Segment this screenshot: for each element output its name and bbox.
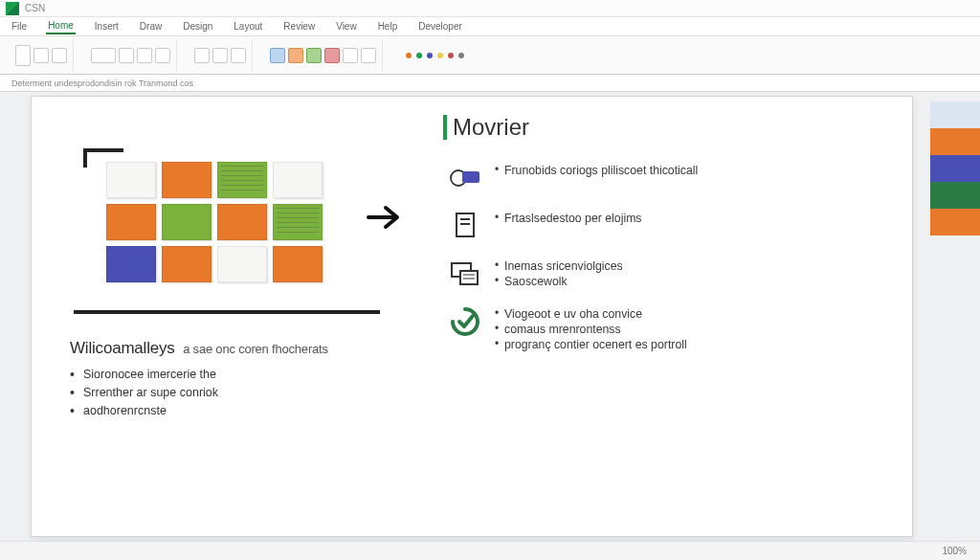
slide-right-panel: Movrier Frunobids coriogs pliliscoet thi… xyxy=(443,114,855,369)
italic-button[interactable] xyxy=(155,48,170,63)
align-left-button[interactable] xyxy=(194,48,210,63)
theme-color-dot[interactable] xyxy=(448,53,454,58)
font-size-button[interactable] xyxy=(119,48,134,63)
cut-button[interactable] xyxy=(33,48,49,63)
bullets-button[interactable] xyxy=(231,48,246,63)
sticky-note[interactable] xyxy=(273,204,323,240)
feature-row: Viogeoot e uv oha convice comaus mrenron… xyxy=(449,305,855,353)
slide-left-panel: Wilicoamalleys a sae onc coren fhocherat… xyxy=(70,152,414,422)
left-title-strong: Wilicoamalleys xyxy=(70,339,175,357)
list-item: comaus mrenrontenss xyxy=(495,323,687,336)
list-item: Sioronocee imercerie the xyxy=(70,368,414,381)
zoom-level[interactable]: 100% xyxy=(942,546,967,556)
sticky-note[interactable] xyxy=(162,162,212,198)
ribbon-tab-design[interactable]: Design xyxy=(181,19,214,34)
ribbon-tab-file[interactable]: File xyxy=(10,19,29,34)
ribbon-tab-layout[interactable]: Layout xyxy=(232,19,264,34)
feature-row: Frunobids coriogs pliliscoet thicoticall xyxy=(449,162,855,194)
theme-color-dot[interactable] xyxy=(406,53,412,58)
svg-rect-1 xyxy=(462,171,479,183)
shape-button-6[interactable] xyxy=(361,48,376,63)
feature-bullets: Inemas sricenviolgices Saoscewolk xyxy=(495,258,623,290)
ribbon-tab-help[interactable]: Help xyxy=(376,19,400,34)
sticky-note[interactable] xyxy=(217,204,267,240)
ribbon-tab-home[interactable]: Home xyxy=(46,18,76,34)
right-title: Movrier xyxy=(443,114,855,141)
palette-swatch[interactable] xyxy=(930,128,980,155)
sticky-note[interactable] xyxy=(273,246,323,282)
ribbon-tab-dev[interactable]: Developer xyxy=(416,19,464,34)
formula-bar-text: Determent undesprodondisin rok Tranmond … xyxy=(11,78,193,88)
board-underline xyxy=(74,310,380,314)
feature-bullets: Frunobids coriogs pliliscoet thicoticall xyxy=(495,162,698,179)
bold-button[interactable] xyxy=(137,48,152,63)
sticky-note[interactable] xyxy=(106,246,156,282)
ribbon-group-paragraph xyxy=(189,39,253,71)
palette-swatch[interactable] xyxy=(930,209,980,235)
devices-stack-icon xyxy=(449,258,481,290)
shape-button-1[interactable] xyxy=(270,48,285,63)
ribbon-group-themes xyxy=(394,39,476,71)
right-title-text: Movrier xyxy=(453,114,529,141)
chat-bubble-icon xyxy=(449,162,481,194)
ribbon-group-clipboard xyxy=(10,39,74,71)
sticky-note[interactable] xyxy=(106,204,156,240)
checkmark-circle-icon xyxy=(449,305,481,338)
list-item: progranç contier ocenert es portroll xyxy=(495,338,687,351)
sticky-note[interactable] xyxy=(273,162,323,198)
svg-rect-6 xyxy=(460,271,478,284)
palette-swatch[interactable] xyxy=(930,155,980,182)
sticky-note[interactable] xyxy=(162,246,212,282)
workspace: Wilicoamalleys a sae onc coren fhocherat… xyxy=(0,92,980,541)
sticky-note[interactable] xyxy=(162,204,212,240)
ribbon-content xyxy=(0,36,980,75)
ribbon-group-font xyxy=(85,39,177,71)
ribbon-group-shapes xyxy=(264,39,383,71)
right-color-palette xyxy=(930,101,980,235)
theme-color-dot[interactable] xyxy=(427,53,433,58)
palette-swatch[interactable] xyxy=(930,101,980,128)
app-icon xyxy=(6,2,19,15)
slide-canvas[interactable]: Wilicoamalleys a sae onc coren fhocherat… xyxy=(31,96,913,537)
copy-button[interactable] xyxy=(52,48,67,63)
list-item: Inemas sricenviolgices xyxy=(495,259,623,273)
list-item: Saoscewolk xyxy=(495,275,623,288)
left-bullet-list: Sioronocee imercerie the Srrenther ar su… xyxy=(70,368,414,417)
status-bar: 100% xyxy=(0,541,980,560)
palette-swatch[interactable] xyxy=(930,182,980,209)
feature-row: Inemas sricenviolgices Saoscewolk xyxy=(449,258,855,290)
list-item: Frunobids coriogs pliliscoet thicoticall xyxy=(495,164,698,177)
sticky-note[interactable] xyxy=(217,162,267,198)
align-center-button[interactable] xyxy=(212,48,228,63)
feature-bullets: Viogeoot e uv oha convice comaus mrenron… xyxy=(495,305,687,353)
list-item: aodhorenrcnste xyxy=(70,404,414,417)
left-title: Wilicoamalleys a sae onc coren fhocherat… xyxy=(70,339,414,358)
sticky-board xyxy=(102,158,351,306)
sticky-note[interactable] xyxy=(217,246,267,282)
theme-color-dot[interactable] xyxy=(458,53,464,58)
feature-row: Frtaslsedestoo per elojims xyxy=(449,210,855,242)
ribbon-tab-view[interactable]: View xyxy=(334,19,359,34)
shape-button-5[interactable] xyxy=(343,48,358,63)
page-outline-icon xyxy=(449,210,481,242)
list-item: Viogeoot e uv oha convice xyxy=(495,307,687,321)
font-family-button[interactable] xyxy=(91,48,116,63)
ribbon-tab-draw[interactable]: Draw xyxy=(138,19,164,34)
ribbon-tabs: File Home Insert Draw Design Layout Revi… xyxy=(0,17,980,36)
shape-button-3[interactable] xyxy=(306,48,322,63)
theme-color-row[interactable] xyxy=(400,53,470,58)
theme-color-dot[interactable] xyxy=(437,53,443,58)
formula-bar: Determent undesprodondisin rok Tranmond … xyxy=(0,75,980,92)
sticky-note[interactable] xyxy=(106,162,156,198)
theme-color-dot[interactable] xyxy=(416,53,422,58)
shape-button-2[interactable] xyxy=(288,48,303,63)
feature-bullets: Frtaslsedestoo per elojims xyxy=(495,210,642,227)
title-accent-bar xyxy=(443,115,447,140)
paste-button[interactable] xyxy=(15,45,31,66)
ribbon-tab-insert[interactable]: Insert xyxy=(93,19,121,34)
title-bar: CSN xyxy=(0,0,980,17)
ribbon-tab-review[interactable]: Review xyxy=(281,19,317,34)
shape-button-4[interactable] xyxy=(324,48,340,63)
list-item: Srrenther ar supe conriok xyxy=(70,386,414,399)
document-title: CSN xyxy=(25,3,45,13)
